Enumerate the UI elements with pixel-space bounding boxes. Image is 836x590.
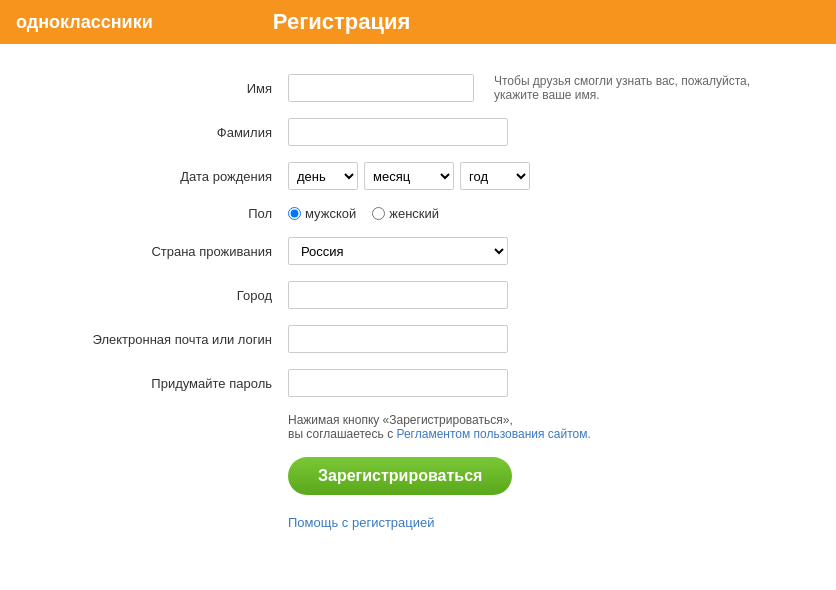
dob-day-select[interactable]: день — [288, 162, 358, 190]
password-field-container — [288, 369, 768, 397]
name-hint: Чтобы друзья смогли узнать вас, пожалуйс… — [494, 74, 768, 102]
logo: одноклассники — [16, 12, 153, 33]
surname-input[interactable] — [288, 118, 508, 146]
name-field-container: Чтобы друзья смогли узнать вас, пожалуйс… — [288, 74, 768, 102]
gender-label: Пол — [68, 206, 288, 221]
country-row: Страна проживания Россия — [68, 237, 768, 265]
city-field-container — [288, 281, 768, 309]
page-title: Регистрация — [273, 9, 411, 35]
header: одноклассники Регистрация — [0, 0, 836, 44]
dob-month-select[interactable]: месяц — [364, 162, 454, 190]
gender-female-label[interactable]: женский — [372, 206, 439, 221]
city-input[interactable] — [288, 281, 508, 309]
agreement-section: Нажимая кнопку «Зарегистрироваться», вы … — [288, 413, 768, 441]
help-link[interactable]: Помощь с регистрацией — [288, 515, 435, 530]
gender-male-label[interactable]: мужской — [288, 206, 356, 221]
gender-female-radio[interactable] — [372, 207, 385, 220]
dob-label: Дата рождения — [68, 169, 288, 184]
gender-male-radio[interactable] — [288, 207, 301, 220]
password-label: Придумайте пароль — [68, 376, 288, 391]
country-field-container: Россия — [288, 237, 768, 265]
surname-field-container — [288, 118, 768, 146]
email-field-container — [288, 325, 768, 353]
city-row: Город — [68, 281, 768, 309]
surname-label: Фамилия — [68, 125, 288, 140]
gender-male-text: мужской — [305, 206, 356, 221]
dob-selects: день месяц год — [288, 162, 530, 190]
dob-field-container: день месяц год — [288, 162, 768, 190]
gender-row: Пол мужской женский — [68, 206, 768, 221]
dob-year-select[interactable]: год — [460, 162, 530, 190]
page-content: Имя Чтобы друзья смогли узнать вас, пожа… — [0, 44, 836, 590]
name-row: Имя Чтобы друзья смогли узнать вас, пожа… — [68, 74, 768, 102]
gender-female-text: женский — [389, 206, 439, 221]
register-btn-container: Зарегистрироваться — [288, 457, 768, 495]
email-row: Электронная почта или логин — [68, 325, 768, 353]
country-select[interactable]: Россия — [288, 237, 508, 265]
agreement-link[interactable]: Регламентом пользования сайтом. — [396, 427, 590, 441]
agreement-line1: Нажимая кнопку «Зарегистрироваться», — [288, 413, 768, 427]
registration-form: Имя Чтобы друзья смогли узнать вас, пожа… — [68, 74, 768, 530]
password-row: Придумайте пароль — [68, 369, 768, 397]
country-label: Страна проживания — [68, 244, 288, 259]
name-label: Имя — [68, 81, 288, 96]
help-link-container: Помощь с регистрацией — [288, 515, 768, 530]
email-input[interactable] — [288, 325, 508, 353]
password-input[interactable] — [288, 369, 508, 397]
city-label: Город — [68, 288, 288, 303]
agreement-text2: вы соглашаетесь с — [288, 427, 396, 441]
register-button[interactable]: Зарегистрироваться — [288, 457, 512, 495]
surname-row: Фамилия — [68, 118, 768, 146]
gender-field-container: мужской женский — [288, 206, 768, 221]
name-input[interactable] — [288, 74, 474, 102]
dob-row: Дата рождения день месяц год — [68, 162, 768, 190]
email-label: Электронная почта или логин — [68, 332, 288, 347]
agreement-line2: вы соглашаетесь с Регламентом пользовани… — [288, 427, 768, 441]
gender-radio-group: мужской женский — [288, 206, 439, 221]
